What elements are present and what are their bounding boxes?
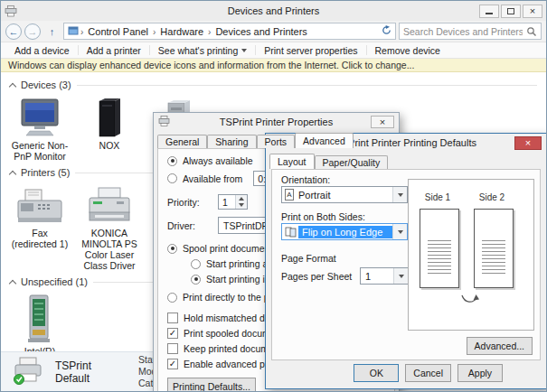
layout-tab-page: Orientation: Portrait Print on Both Side… (271, 169, 541, 360)
printing-defaults-dialog: TSPrint Printer Printing Defaults Layout… (265, 133, 547, 389)
dialog-titlebar: TSPrint Printer Properties (154, 113, 399, 131)
printer-icon (86, 182, 133, 226)
orientation-select[interactable]: Portrait (281, 186, 408, 203)
minimize-icon (486, 13, 493, 14)
tab-sharing[interactable]: Sharing (207, 135, 256, 148)
notice-bar[interactable]: Windows can display enhanced device icon… (1, 59, 546, 72)
minimize-button[interactable] (479, 5, 499, 18)
window-title: Devices and Printers (228, 5, 320, 16)
toolbar-add-printer[interactable]: Add a printer (79, 45, 149, 56)
radio-icon (167, 293, 177, 303)
fax-icon (16, 182, 63, 226)
preview-pane: Side 1 Side 2 (408, 179, 534, 331)
network-card-icon (24, 292, 55, 344)
collapse-chevron-icon (9, 170, 16, 177)
window-titlebar: Devices and Printers (1, 1, 546, 21)
checkbox-icon (167, 328, 178, 339)
ok-button[interactable]: OK (354, 364, 399, 382)
radio-icon (191, 275, 201, 285)
apply-button[interactable]: Apply (457, 364, 503, 382)
devices-and-printers-window: Devices and Printers ← → ↑ Control Panel… (0, 0, 547, 392)
toolbar-see-whats-printing[interactable]: See what's printing (150, 45, 255, 56)
back-button[interactable]: ← (5, 23, 22, 40)
monitor-icon (19, 95, 61, 138)
checkbox-icon (167, 313, 178, 323)
device-item-nox[interactable]: NOX (80, 95, 139, 151)
maximize-icon (507, 8, 514, 14)
breadcrumb-item-hardware[interactable]: Hardware (157, 26, 206, 37)
maximize-button[interactable] (501, 5, 521, 18)
breadcrumb-chevron-icon (80, 26, 84, 37)
flip-pages-icon (285, 227, 297, 238)
radio-icon (167, 173, 177, 183)
search-icon (526, 26, 541, 37)
portrait-icon (285, 189, 294, 201)
side1-page (420, 209, 459, 288)
group-header-devices[interactable]: Devices (3) (10, 78, 546, 92)
page-format-label: Page Format (281, 253, 336, 264)
collapse-chevron-icon (9, 82, 16, 89)
side2-label: Side 2 (467, 192, 517, 202)
radio-icon (191, 259, 201, 269)
both-sides-select[interactable]: Flip on Long Edge (281, 223, 408, 240)
collapse-chevron-icon (9, 280, 16, 287)
breadcrumb-item-control-panel[interactable]: Control Panel (85, 26, 151, 37)
printer-item-fax[interactable]: Fax (redirected 1) (10, 182, 70, 249)
toolbar-print-server-properties[interactable]: Print server properties (256, 45, 365, 56)
tab-ports[interactable]: Ports (257, 135, 296, 148)
breadcrumb-chevron-icon (207, 26, 212, 37)
breadcrumb-item-devices-printers[interactable]: Devices and Printers (212, 26, 310, 37)
printing-defaults-button[interactable]: Printing Defaults... (167, 378, 256, 392)
side1-label: Side 1 (412, 192, 463, 202)
printer-item-konica[interactable]: KONICA MINOLTA PS Color Laser Class Driv… (80, 182, 139, 271)
breadcrumb-chevron-icon (152, 26, 156, 37)
advanced-button[interactable]: Advanced... (467, 337, 533, 355)
dialog-title: TSPrint Printer Properties (220, 117, 333, 127)
tab-advanced[interactable]: Advanced (295, 133, 354, 148)
radio-icon (167, 156, 177, 166)
toolbar-remove-device[interactable]: Remove device (367, 45, 448, 56)
chevron-down-icon (392, 187, 407, 202)
side2-page (474, 209, 514, 288)
tab-layout[interactable]: Layout (269, 154, 315, 169)
device-item-monitor[interactable]: Generic Non-PnP Monitor (10, 95, 70, 162)
search-input[interactable] (400, 26, 526, 37)
toolbar-add-device[interactable]: Add a device (6, 45, 78, 56)
chevron-down-icon (392, 224, 407, 239)
close-button[interactable] (371, 116, 394, 128)
location-icon (68, 25, 79, 38)
window-icon (5, 5, 17, 17)
tab-paper-quality[interactable]: Paper/Quality (315, 155, 389, 169)
close-button[interactable] (523, 5, 542, 18)
command-bar: Add a device Add a printer See what's pr… (1, 42, 546, 59)
selected-printer-icon (12, 357, 44, 387)
navigation-bar: ← → ↑ Control Panel Hardware Devices and… (1, 21, 546, 42)
pages-per-sheet-label: Pages per Sheet (281, 271, 352, 282)
up-button[interactable]: ↑ (43, 23, 61, 40)
flip-arrow-icon (459, 294, 479, 307)
spinner-arrows-icon[interactable] (235, 195, 247, 209)
refresh-icon[interactable] (382, 25, 391, 37)
breadcrumb[interactable]: Control Panel Hardware Devices and Print… (63, 23, 396, 40)
cancel-button[interactable]: Cancel (405, 364, 451, 382)
properties-tabs: General Sharing Ports Advanced (154, 131, 399, 148)
dialog-buttons: OK Cancel Apply (354, 364, 503, 382)
radio-icon (167, 244, 177, 254)
orientation-label: Orientation: (281, 174, 330, 185)
priority-spinner[interactable]: 1 (218, 194, 248, 210)
device-item-intel-adapter[interactable]: Intel(R) 82574L (10, 292, 70, 351)
selected-item-name: TSPrint Default (55, 359, 127, 385)
tab-general[interactable]: General (157, 135, 207, 148)
both-sides-label: Print on Both Sides: (281, 211, 365, 222)
search-box[interactable] (399, 23, 542, 40)
checkbox-icon (167, 359, 178, 369)
checkbox-icon (167, 343, 178, 354)
close-button[interactable] (514, 136, 542, 150)
printer-icon (158, 116, 170, 128)
forward-button[interactable]: → (24, 23, 41, 40)
tower-device-icon (95, 95, 124, 138)
pages-per-sheet-select[interactable]: 1 (360, 267, 409, 285)
chevron-down-icon (241, 49, 247, 52)
defaults-tabs: Layout Paper/Quality (266, 152, 546, 169)
chevron-down-icon (393, 268, 408, 284)
